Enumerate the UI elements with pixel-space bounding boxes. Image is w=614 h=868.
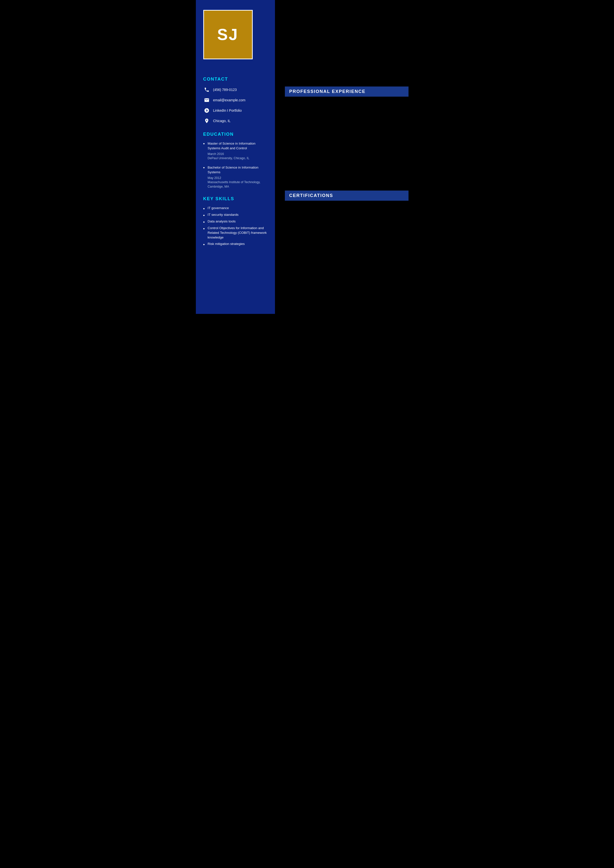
phone-icon <box>203 86 210 93</box>
contact-linkedin-item: LinkedIn I Portfolio <box>203 107 267 114</box>
avatar: SJ <box>203 10 253 59</box>
edu-degree-1: Master of Science in Information Systems… <box>208 141 267 151</box>
resume-container: SJ CONTACT (456) 789-0123 email@examp <box>196 0 418 314</box>
edu-item-2: Bachelor of Science in Information Syste… <box>203 165 267 189</box>
professional-experience-header: PROFESSIONAL EXPERIENCE <box>285 87 409 97</box>
location-icon <box>203 118 210 124</box>
edu-school-2: Massachusetts Institute of Technology, C… <box>208 180 267 189</box>
contact-location: Chicago, IL <box>213 119 231 123</box>
edu-item-1: Master of Science in Information Systems… <box>203 141 267 160</box>
edu-degree-2: Bachelor of Science in Information Syste… <box>208 165 267 175</box>
sidebar: SJ CONTACT (456) 789-0123 email@examp <box>196 0 275 314</box>
avatar-initials: SJ <box>217 25 238 44</box>
certifications-header: CERTIFICATIONS <box>285 191 409 201</box>
contact-email: email@example.com <box>213 98 246 102</box>
skills-section-title: KEY SKILLS <box>203 196 267 202</box>
skill-item-4: Control Objectives for Information and R… <box>203 226 267 240</box>
contact-phone-item: (456) 789-0123 <box>203 86 267 93</box>
contact-location-item: Chicago, IL <box>203 118 267 124</box>
main-header <box>285 10 409 79</box>
certifications-content <box>285 206 409 280</box>
skill-item-3: Data analysis tools <box>203 219 267 224</box>
skill-item-1: IT governance <box>203 206 267 211</box>
edu-date-1: March 2016 <box>208 152 267 156</box>
professional-experience-content <box>285 102 409 176</box>
professional-experience-title: PROFESSIONAL EXPERIENCE <box>289 89 366 94</box>
edu-school-1: DePaul University, Chicago, IL <box>208 156 267 161</box>
certifications-title: CERTIFICATIONS <box>289 193 333 198</box>
certifications-section: CERTIFICATIONS <box>285 191 409 280</box>
contact-email-item: email@example.com <box>203 97 267 104</box>
education-section-title: EDUCATION <box>203 132 267 137</box>
skill-item-5: Risk mitigation strategies <box>203 242 267 246</box>
professional-experience-section: PROFESSIONAL EXPERIENCE <box>285 87 409 176</box>
edu-date-2: May 2012 <box>208 176 267 180</box>
skill-item-2: IT security standards <box>203 212 267 217</box>
linkedin-icon <box>203 107 210 114</box>
contact-phone: (456) 789-0123 <box>213 88 237 92</box>
skills-list: IT governance IT security standards Data… <box>203 206 267 246</box>
education-list: Master of Science in Information Systems… <box>203 141 267 189</box>
main-content: PROFESSIONAL EXPERIENCE CERTIFICATIONS <box>275 0 418 314</box>
contact-list: (456) 789-0123 email@example.com LinkedI… <box>203 86 267 124</box>
contact-section-title: CONTACT <box>203 77 267 82</box>
email-icon <box>203 97 210 104</box>
contact-linkedin: LinkedIn I Portfolio <box>213 108 242 112</box>
